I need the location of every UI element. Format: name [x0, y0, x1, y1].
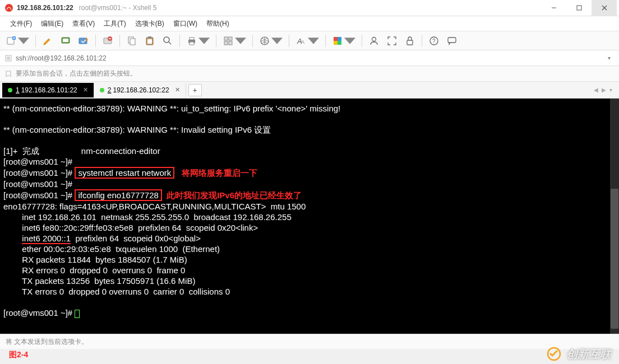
term-line: inet6 2000::1 prefixlen 64 scopeid 0x0<g… [3, 233, 616, 244]
paste-button[interactable] [142, 34, 158, 48]
tab-label: 192.168.26.102:22 [113, 86, 169, 94]
address-input[interactable] [16, 54, 608, 62]
separator [252, 35, 253, 47]
maximize-button[interactable] [566, 0, 592, 16]
separator [179, 35, 180, 47]
highlight-command: systemctl restart network [75, 167, 174, 179]
svg-rect-35 [407, 40, 413, 45]
tab-close-icon[interactable]: ✕ [83, 86, 88, 94]
copy-button[interactable] [124, 34, 140, 48]
toolbar: AA ? [0, 31, 619, 50]
addressbar: ▾ [0, 50, 619, 66]
chat-button[interactable] [444, 34, 460, 48]
svg-rect-25 [224, 41, 228, 45]
menu-tab[interactable]: 选项卡(B) [131, 17, 169, 31]
menu-view[interactable]: 查看(V) [68, 17, 99, 31]
help-button[interactable]: ? [426, 34, 442, 48]
separator [422, 35, 422, 47]
tab-1[interactable]: 1 192.168.26.101:22 ✕ [2, 83, 94, 97]
separator [289, 35, 289, 47]
menu-file[interactable]: 文件(F) [6, 17, 36, 31]
status-dot-icon [100, 88, 104, 92]
svg-line-19 [169, 42, 171, 44]
svg-rect-8 [63, 39, 68, 42]
svg-rect-40 [7, 57, 10, 60]
svg-rect-26 [229, 41, 232, 45]
highlight-command: ifconfig eno16777728 [75, 189, 161, 201]
close-button[interactable] [592, 0, 617, 16]
disconnect-button[interactable] [100, 34, 116, 48]
menubar: 文件(F) 编辑(E) 查看(V) 工具(T) 选项卡(B) 窗口(W) 帮助(… [0, 16, 619, 31]
svg-rect-32 [334, 41, 338, 45]
term-line: RX packets 11844 bytes 1884507 (1.7 MiB) [3, 254, 616, 265]
svg-rect-38 [448, 38, 456, 43]
session-button[interactable] [58, 34, 73, 48]
tabbar: 1 192.168.26.101:22 ✕ 2 192.168.26.102:2… [0, 82, 619, 99]
watermark-text: 创新互联 [566, 347, 611, 362]
svg-text:?: ? [432, 38, 436, 44]
address-dropdown[interactable]: ▾ [608, 55, 615, 61]
font-button[interactable]: AA [293, 34, 321, 48]
properties-button[interactable] [40, 34, 56, 48]
term-line: RX errors 0 dropped 0 overruns 0 frame 0 [3, 265, 616, 276]
terminal[interactable]: ** (nm-connection-editor:38789): WARNING… [0, 99, 619, 334]
term-line: ** (nm-connection-editor:38789): WARNING… [3, 103, 616, 114]
term-line: TX errors 0 dropped 0 overruns 0 carrier… [3, 286, 616, 297]
minimize-button[interactable] [541, 0, 566, 16]
term-line: [root@vms001 ~]# [3, 156, 616, 167]
svg-rect-33 [338, 41, 341, 45]
menu-window[interactable]: 窗口(W) [169, 17, 202, 31]
svg-rect-16 [148, 36, 151, 38]
menu-tools[interactable]: 工具(T) [99, 17, 130, 31]
svg-rect-17 [147, 39, 152, 44]
color-button[interactable] [330, 34, 358, 48]
term-line [3, 297, 616, 307]
menu-help[interactable]: 帮助(H) [202, 17, 234, 31]
watermark: 创新互联 [546, 346, 611, 362]
fullscreen-button[interactable] [384, 34, 400, 48]
layout-button[interactable] [220, 34, 248, 48]
tip-text: 要添加当前会话，点击左侧的箭头按钮。 [16, 69, 137, 78]
svg-rect-2 [577, 6, 581, 10]
tab-menu-button[interactable]: ▾ [608, 86, 613, 94]
lock-button[interactable] [402, 34, 418, 48]
svg-rect-21 [190, 38, 194, 40]
scrollbar-thumb[interactable] [611, 189, 618, 329]
separator [362, 35, 362, 47]
titlebar: 192.168.26.101:22 root@vms001:~ - Xshell… [0, 0, 619, 16]
svg-point-0 [5, 4, 13, 12]
term-line: [1]+ 完成 nm-connection-editor [3, 146, 616, 156]
scrollbar[interactable] [610, 99, 619, 334]
term-line: ** (nm-connection-editor:38789): WARNING… [3, 124, 616, 135]
term-line: [root@vms001 ~]# ifconfig eno16777728 此时… [3, 189, 616, 201]
svg-rect-24 [229, 37, 232, 40]
print-button[interactable] [184, 34, 212, 48]
tab-next-button[interactable]: ▶ [600, 86, 607, 94]
tab-close-icon[interactable]: ✕ [175, 86, 180, 94]
status-dot-icon [8, 88, 12, 92]
svg-point-18 [164, 37, 169, 43]
term-line: inet6 fe80::20c:29ff:fe03:e5e8 prefixlen… [3, 222, 616, 233]
add-tab-button[interactable]: + [188, 84, 202, 96]
term-line: inet 192.168.26.101 netmask 255.255.255.… [3, 212, 616, 222]
user-button[interactable] [366, 34, 382, 48]
statusbar: 将 文本发送到当前选项卡。 [0, 334, 619, 349]
bookmark-icon[interactable] [4, 70, 12, 78]
term-line: [root@vms001 ~]# systemctl restart netwo… [3, 167, 616, 179]
encoding-button[interactable] [257, 34, 285, 48]
tab-prev-button[interactable]: ◀ [593, 86, 599, 94]
reconnect-button[interactable] [76, 34, 91, 48]
menu-edit[interactable]: 编辑(E) [36, 17, 68, 31]
separator [216, 35, 216, 47]
cursor-icon [75, 310, 80, 318]
svg-rect-23 [224, 37, 228, 40]
tab-number: 2 [108, 86, 112, 94]
term-line: ether 00:0c:29:03:e5:e8 txqueuelen 1000 … [3, 244, 616, 254]
tab-2[interactable]: 2 192.168.26.102:22 ✕ [94, 83, 186, 97]
find-button[interactable] [160, 34, 175, 48]
svg-rect-31 [338, 37, 341, 41]
status-text: 将 文本发送到当前选项卡。 [6, 337, 88, 347]
new-session-button[interactable] [3, 34, 31, 48]
term-line [3, 114, 616, 124]
window-title-main: 192.168.26.101:22 [17, 4, 73, 12]
